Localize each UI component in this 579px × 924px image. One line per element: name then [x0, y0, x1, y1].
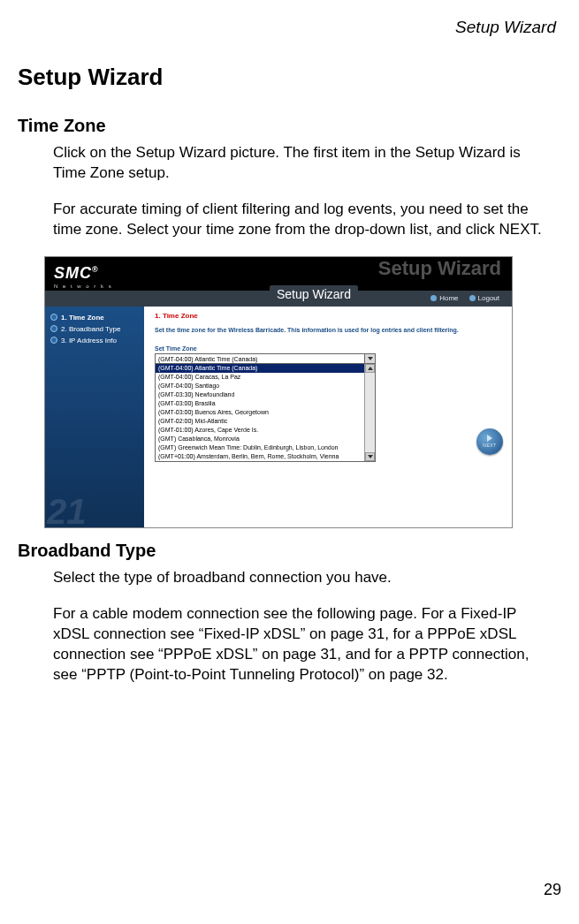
arrow-right-icon: [487, 435, 492, 442]
timezone-option[interactable]: (GMT) Greenwich Mean Time: Dublin, Edinb…: [156, 443, 375, 452]
home-icon: [430, 295, 437, 301]
section-heading-timezone: Time Zone: [18, 116, 561, 136]
scroll-up-icon[interactable]: [365, 364, 375, 373]
sidebar-item-ipaddress[interactable]: 3. IP Address Info: [45, 335, 144, 346]
wizard-screenshot: SMC® N e t w o r k s Setup Wizard Setup …: [44, 256, 513, 528]
header-ghost-title: Setup Wizard: [378, 257, 501, 280]
wizard-main-panel: 1. Time Zone Set the time zone for the W…: [144, 307, 512, 527]
sidebar-item-label: 2. Broadband Type: [61, 325, 120, 333]
timezone-option[interactable]: (GMT-04:00) Atlantic Time (Canada): [156, 364, 375, 373]
brand-logo: SMC®: [45, 264, 99, 283]
logout-link[interactable]: Logout: [469, 294, 499, 302]
home-link[interactable]: Home: [430, 294, 458, 302]
page-title: Setup Wizard: [18, 64, 561, 91]
sidebar-item-timezone[interactable]: 1. Time Zone: [45, 312, 144, 323]
timezone-paragraph-1: Click on the Setup Wizard picture. The f…: [53, 143, 556, 184]
timezone-option[interactable]: (GMT-03:00) Buenos Aires, Georgetown: [156, 408, 375, 417]
sidebar-item-broadband[interactable]: 2. Broadband Type: [45, 323, 144, 335]
wizard-sidebar: 1. Time Zone 2. Broadband Type 3. IP Add…: [45, 307, 144, 527]
logout-icon: [469, 295, 476, 301]
broadband-paragraph-1: Select the type of broadband connection …: [53, 568, 556, 588]
timezone-option[interactable]: (GMT) Casablanca, Monrovia: [156, 435, 375, 443]
timezone-option[interactable]: (GMT-02:00) Mid-Atlantic: [156, 417, 375, 426]
page-number: 29: [544, 881, 561, 899]
timezone-selected-value: (GMT-04:00) Atlantic Time (Canada): [156, 354, 364, 363]
timezone-dropdown-list[interactable]: (GMT-04:00) Atlantic Time (Canada) (GMT-…: [155, 364, 376, 462]
scroll-down-icon[interactable]: [365, 452, 375, 461]
brand-subtext: N e t w o r k s: [54, 284, 113, 289]
title-bar: Setup Wizard Home Logout: [45, 291, 512, 307]
timezone-field-label: Set Time Zone: [155, 345, 503, 352]
step-bullet-icon: [50, 337, 57, 344]
timezone-option[interactable]: (GMT-03:30) Newfoundland: [156, 390, 375, 399]
sidebar-watermark: 21: [45, 496, 87, 527]
section-heading-broadband: Broadband Type: [18, 541, 561, 561]
timezone-paragraph-2: For accurate timing of client filtering …: [53, 200, 556, 240]
timezone-option[interactable]: (GMT+01:00) Amsterdam, Berlin, Bern, Rom…: [156, 452, 375, 461]
next-button-label: NEXT: [483, 443, 496, 448]
step-description: Set the time zone for the Wireless Barri…: [155, 327, 503, 333]
step-bullet-icon: [50, 314, 57, 321]
broadband-paragraph-2: For a cable modem connection see the fol…: [53, 604, 556, 685]
sidebar-item-label: 3. IP Address Info: [61, 337, 117, 345]
titlebar-label: Setup Wizard: [270, 285, 358, 303]
timezone-option[interactable]: (GMT-03:00) Brasilia: [156, 399, 375, 408]
next-button[interactable]: NEXT: [476, 428, 503, 455]
timezone-option[interactable]: (GMT-04:00) Caracas, La Paz: [156, 373, 375, 382]
sidebar-item-label: 1. Time Zone: [61, 314, 104, 322]
timezone-option[interactable]: (GMT-01:00) Azores, Cape Verde Is.: [156, 426, 375, 435]
step-title: 1. Time Zone: [155, 312, 503, 320]
timezone-option[interactable]: (GMT-04:00) Santiago: [156, 382, 375, 390]
dropdown-scrollbar[interactable]: [364, 364, 375, 461]
chevron-down-icon[interactable]: [364, 354, 375, 363]
step-bullet-icon: [50, 325, 57, 332]
timezone-select[interactable]: (GMT-04:00) Atlantic Time (Canada): [155, 353, 376, 364]
running-header: Setup Wizard: [18, 18, 561, 37]
